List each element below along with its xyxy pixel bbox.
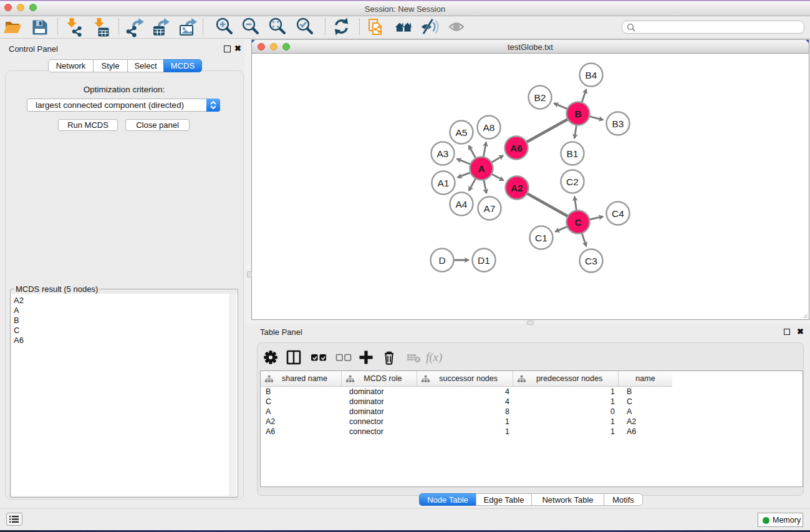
svg-text:C: C [574, 217, 581, 228]
svg-text:A: A [478, 163, 485, 174]
svg-text:D: D [438, 255, 445, 266]
svg-text:B2: B2 [534, 92, 546, 103]
svg-text:A4: A4 [456, 199, 468, 210]
svg-text:B1: B1 [567, 148, 579, 159]
svg-text:C3: C3 [585, 256, 597, 266]
svg-text:B4: B4 [586, 70, 597, 80]
svg-text:C2: C2 [566, 177, 579, 187]
svg-text:B: B [574, 109, 581, 119]
svg-text:A6: A6 [510, 143, 523, 153]
svg-text:C1: C1 [535, 233, 547, 243]
svg-text:A2: A2 [511, 183, 523, 193]
svg-text:A3: A3 [437, 148, 449, 159]
svg-text:A7: A7 [484, 203, 496, 214]
svg-text:A5: A5 [456, 127, 468, 138]
svg-text:A1: A1 [438, 178, 450, 188]
svg-text:B3: B3 [612, 118, 624, 129]
svg-text:A8: A8 [483, 122, 495, 133]
svg-text:D1: D1 [478, 255, 490, 266]
svg-text:C4: C4 [612, 208, 624, 219]
